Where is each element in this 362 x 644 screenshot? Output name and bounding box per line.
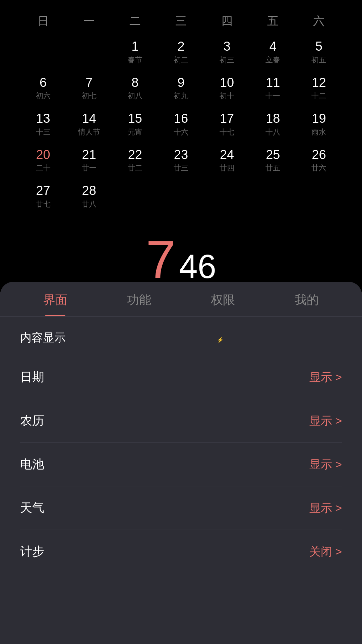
lunar-label: 十二 xyxy=(296,91,342,101)
calendar-day[interactable]: 23廿三 xyxy=(158,144,204,177)
settings-item-label: 计步 xyxy=(20,543,44,560)
calendar-day[interactable]: 15元宵 xyxy=(112,108,158,141)
tab-item-权限[interactable]: 权限 xyxy=(181,292,265,316)
lunar-label: 十一 xyxy=(250,91,296,101)
calendar-day[interactable]: 22廿二 xyxy=(112,144,158,177)
day-number: 8 xyxy=(112,75,158,91)
calendar-section: 日一二三四五六 1春节2初二3初三4立春5初五6初六7初七8初八9初九10初十1… xyxy=(0,0,362,219)
day-number: 16 xyxy=(158,111,204,126)
day-number: 15 xyxy=(112,111,158,126)
calendar-day[interactable]: 12十二 xyxy=(296,72,342,105)
calendar-day[interactable]: 10初十 xyxy=(204,72,250,105)
settings-item[interactable]: 农历显示 > xyxy=(20,399,342,443)
calendar-day[interactable]: 6初六 xyxy=(20,72,66,105)
day-number: 12 xyxy=(296,75,342,91)
calendar-day[interactable]: 4立春 xyxy=(250,36,296,68)
day-number: 1 xyxy=(112,39,158,54)
day-number: 18 xyxy=(250,111,296,126)
lunar-label: 廿七 xyxy=(20,199,66,209)
calendar-day[interactable]: 26廿六 xyxy=(296,144,342,177)
day-number: 20 xyxy=(20,147,66,163)
calendar-day[interactable]: 11十一 xyxy=(250,72,296,105)
settings-item[interactable]: 日期显示 > xyxy=(20,356,342,399)
day-number: 7 xyxy=(66,75,112,91)
calendar-day[interactable]: 16十六 xyxy=(158,108,204,141)
calendar-day[interactable]: 5初五 xyxy=(296,36,342,68)
lunar-label: 廿二 xyxy=(112,163,158,173)
day-number: 25 xyxy=(250,147,296,163)
calendar-day[interactable]: 19雨水 xyxy=(296,108,342,141)
tab-item-界面[interactable]: 界面 xyxy=(13,292,97,316)
section-title: 内容显示 xyxy=(20,330,342,345)
calendar-day[interactable]: 14情人节 xyxy=(66,108,112,141)
day-number: 17 xyxy=(204,111,250,126)
lunar-label: 廿三 xyxy=(158,163,204,173)
calendar-day xyxy=(20,36,66,68)
calendar-day xyxy=(296,180,342,213)
calendar-day[interactable]: 27廿七 xyxy=(20,180,66,213)
calendar-header-cell: 四 xyxy=(204,13,250,29)
calendar-day[interactable]: 7初七 xyxy=(66,72,112,105)
lunar-label: 廿六 xyxy=(296,163,342,173)
calendar-day xyxy=(158,180,204,213)
lunar-label: 初十 xyxy=(204,91,250,101)
clock-time: 7 46 xyxy=(0,233,362,286)
calendar-day[interactable]: 17十七 xyxy=(204,108,250,141)
lunar-label: 春节 xyxy=(112,55,158,65)
day-number: 23 xyxy=(158,147,204,163)
day-number: 19 xyxy=(296,111,342,126)
settings-item-value: 显示 > xyxy=(309,413,342,429)
calendar-day xyxy=(66,36,112,68)
day-number: 4 xyxy=(250,39,296,54)
day-number: 9 xyxy=(158,75,204,91)
lunar-label: 初二 xyxy=(158,55,204,65)
calendar-day xyxy=(204,180,250,213)
lunar-label: 初五 xyxy=(296,55,342,65)
lunar-label: 廿五 xyxy=(250,163,296,173)
tab-item-功能[interactable]: 功能 xyxy=(97,292,181,316)
lunar-label: 十七 xyxy=(204,127,250,137)
calendar-day[interactable]: 13十三 xyxy=(20,108,66,141)
calendar-day[interactable]: 9初九 xyxy=(158,72,204,105)
settings-item[interactable]: 计步关闭 > xyxy=(20,530,342,573)
calendar-day[interactable]: 20二十 xyxy=(20,144,66,177)
settings-item-value: 关闭 > xyxy=(309,544,342,559)
calendar-day[interactable]: 28廿八 xyxy=(66,180,112,213)
day-number: 14 xyxy=(66,111,112,126)
settings-item-label: 日期 xyxy=(20,369,44,385)
day-number: 3 xyxy=(204,39,250,54)
settings-items: 日期显示 >农历显示 >电池显示 >天气显示 >计步关闭 > xyxy=(20,356,342,573)
tab-bar: 界面功能权限我的 xyxy=(0,282,362,317)
calendar-day[interactable]: 21廿一 xyxy=(66,144,112,177)
clock-hour: 7 xyxy=(146,233,176,286)
lunar-label: 廿四 xyxy=(204,163,250,173)
calendar-day xyxy=(250,180,296,213)
calendar-header-cell: 六 xyxy=(296,13,342,29)
day-number: 13 xyxy=(20,111,66,126)
settings-item[interactable]: 电池显示 > xyxy=(20,443,342,486)
settings-item[interactable]: 天气显示 > xyxy=(20,486,342,530)
lunar-label: 立春 xyxy=(250,55,296,65)
settings-item-value: 显示 > xyxy=(309,500,342,516)
day-number: 6 xyxy=(20,75,66,91)
lunar-label: 二十 xyxy=(20,163,66,173)
tab-item-我的[interactable]: 我的 xyxy=(265,292,349,316)
lunar-label: 廿八 xyxy=(66,199,112,209)
calendar-day[interactable]: 25廿五 xyxy=(250,144,296,177)
calendar-day[interactable]: 8初八 xyxy=(112,72,158,105)
day-number: 11 xyxy=(250,75,296,91)
calendar-day[interactable]: 3初三 xyxy=(204,36,250,68)
lunar-label: 十三 xyxy=(20,127,66,137)
calendar-day[interactable]: 1春节 xyxy=(112,36,158,68)
calendar-day[interactable]: 24廿四 xyxy=(204,144,250,177)
day-number: 27 xyxy=(20,183,66,199)
lunar-label: 元宵 xyxy=(112,127,158,137)
lunar-label: 情人节 xyxy=(66,127,112,137)
settings-item-value: 显示 > xyxy=(309,370,342,385)
calendar-day[interactable]: 18十八 xyxy=(250,108,296,141)
day-number: 28 xyxy=(66,183,112,199)
day-number: 5 xyxy=(296,39,342,54)
calendar-header: 日一二三四五六 xyxy=(20,13,342,29)
settings-item-label: 天气 xyxy=(20,500,44,516)
calendar-day[interactable]: 2初二 xyxy=(158,36,204,68)
